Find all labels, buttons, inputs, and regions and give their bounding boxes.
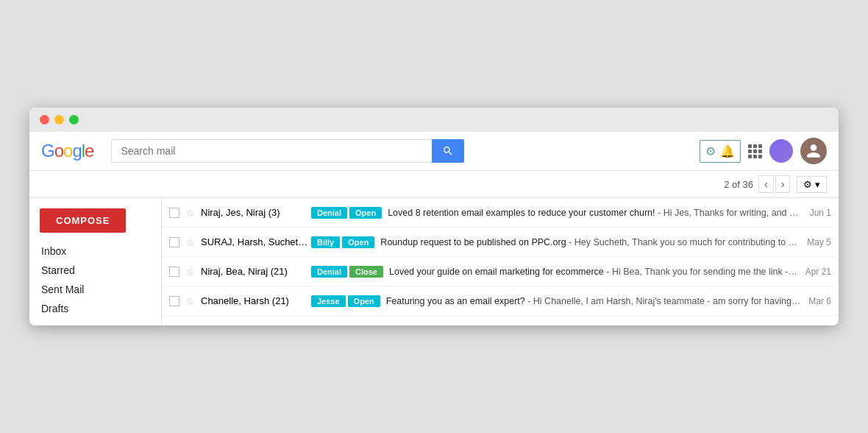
tag-group-1: Denial Open <box>311 207 382 219</box>
settings-notification-box[interactable]: ⚙ 🔔 <box>700 140 741 163</box>
browser-window: Google ⚙ 🔔 <box>29 108 839 325</box>
star-icon-4[interactable]: ☆ <box>185 295 195 307</box>
tag-group-3: Denial Close <box>311 266 383 278</box>
tag-group-2: Billy Open <box>311 236 374 248</box>
email-date-4: Mar 6 <box>808 296 831 306</box>
sender-1: Niraj, Jes, Niraj (3) <box>201 207 311 218</box>
sidebar-item-inbox[interactable]: Inbox <box>29 242 161 261</box>
email-preview-1: Loved 8 retention email examples to redu… <box>388 208 803 218</box>
grid-dot <box>758 155 762 158</box>
user-account-icon[interactable] <box>769 139 793 163</box>
sidebar: COMPOSE Inbox Starred Sent Mail Drafts S… <box>29 198 162 325</box>
email-preview-2: Roundup request to be published on PPC.o… <box>380 237 800 247</box>
search-button[interactable] <box>432 139 464 163</box>
email-subject-4: Featuring you as an email expert? <box>386 296 525 306</box>
settings-icon: ⚙ <box>705 144 716 158</box>
star-icon-1[interactable]: ☆ <box>185 207 195 219</box>
compose-button[interactable]: COMPOSE <box>40 208 126 233</box>
email-date-2: May 5 <box>807 237 831 247</box>
email-preview-3: Loved your guide on email marketing for … <box>389 267 798 277</box>
maximize-button[interactable] <box>69 115 79 124</box>
title-bar <box>29 108 839 132</box>
star-icon-2[interactable]: ☆ <box>185 236 195 248</box>
apps-icon[interactable] <box>748 144 762 158</box>
tag-jesse-4: Jesse <box>311 295 346 307</box>
email-snippet-3: - Hi Bea, Thank you for sending me the l… <box>606 267 797 277</box>
email-subject-3: Loved your guide on email marketing for … <box>389 267 604 277</box>
sender-4: Chanelle, Harsh (21) <box>201 295 311 306</box>
table-row[interactable]: ☆ SURAJ, Harsh, Sucheth (6) Billy Open R… <box>162 228 839 257</box>
email-snippet-4: - Hi Chanelle, I am Harsh, Niraj's teamm… <box>527 296 801 306</box>
table-row[interactable]: ☆ Niraj, Bea, Niraj (21) Denial Close Lo… <box>162 257 839 286</box>
tag-billy-2: Billy <box>311 236 340 248</box>
header-right: ⚙ 🔔 <box>700 138 827 164</box>
grid-dot <box>758 149 762 153</box>
email-checkbox-1[interactable] <box>169 208 179 218</box>
main-content: COMPOSE Inbox Starred Sent Mail Drafts S… <box>29 198 839 325</box>
email-checkbox-4[interactable] <box>169 296 179 306</box>
sidebar-item-starred[interactable]: Starred <box>29 261 161 280</box>
grid-dot <box>748 149 752 153</box>
tag-open-4: Open <box>348 295 380 307</box>
star-icon-3[interactable]: ☆ <box>185 266 195 278</box>
sidebar-item-drafts[interactable]: Drafts <box>29 299 161 318</box>
tag-group-4: Jesse Open <box>311 295 380 307</box>
close-button[interactable] <box>40 115 49 124</box>
tag-denial-3: Denial <box>311 266 347 278</box>
grid-dot <box>748 155 752 158</box>
search-bar <box>111 139 464 163</box>
toolbar-row: 2 of 36 ‹ › ⚙ ▾ <box>29 171 839 198</box>
email-subject-2: Roundup request to be published on PPC.o… <box>380 237 566 247</box>
grid-dot <box>758 144 762 148</box>
search-input[interactable] <box>111 139 432 163</box>
email-checkbox-3[interactable] <box>169 267 179 277</box>
pagination-info: 2 of 36 <box>724 179 753 190</box>
email-list: ☆ Niraj, Jes, Niraj (3) Denial Open Love… <box>162 198 839 325</box>
tag-close-3: Close <box>349 266 383 278</box>
grid-dot <box>753 155 757 158</box>
grid-dot <box>748 144 752 148</box>
tag-denial-1: Denial <box>311 207 347 219</box>
sidebar-item-sent[interactable]: Sent Mail <box>29 280 161 299</box>
table-row[interactable]: ☆ Chanelle, Harsh (21) Jesse Open Featur… <box>162 286 839 316</box>
table-row[interactable]: ☆ Niraj, Jes, Niraj (3) Denial Open Love… <box>162 198 839 228</box>
grid-dot <box>753 144 757 148</box>
avatar-image <box>805 143 822 159</box>
gmail-header: Google ⚙ 🔔 <box>29 132 839 171</box>
email-checkbox-2[interactable] <box>169 237 179 247</box>
sender-2: SURAJ, Harsh, Sucheth (6) <box>201 236 311 247</box>
user-avatar[interactable] <box>800 138 827 164</box>
email-snippet-2: - Hey Sucheth, Thank you so much for con… <box>569 237 800 247</box>
next-page-button[interactable]: › <box>775 175 791 193</box>
sender-3: Niraj, Bea, Niraj (21) <box>201 266 311 277</box>
bell-icon: 🔔 <box>720 144 735 158</box>
prev-page-button[interactable]: ‹ <box>758 175 774 193</box>
minimize-button[interactable] <box>54 115 64 124</box>
email-snippet-1: - Hi Jes, Thanks for writing, and pointi… <box>658 208 803 218</box>
email-date-3: Apr 21 <box>805 267 831 277</box>
grid-dot <box>753 149 757 153</box>
email-date-1: Jun 1 <box>810 208 831 218</box>
email-preview-4: Featuring you as an email expert? - Hi C… <box>386 296 802 306</box>
email-subject-1: Loved 8 retention email examples to redu… <box>388 208 655 218</box>
tag-open-1: Open <box>349 207 382 219</box>
view-settings-button[interactable]: ⚙ ▾ <box>797 176 827 193</box>
tag-open-2: Open <box>342 236 374 248</box>
search-icon <box>442 145 454 157</box>
google-logo: Google <box>41 141 93 161</box>
